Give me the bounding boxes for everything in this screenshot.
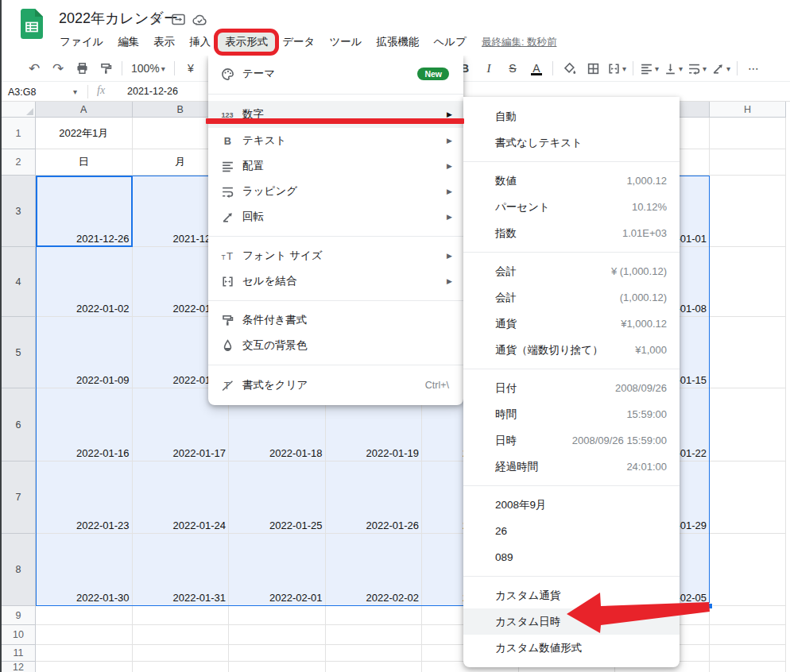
cell-D12[interactable] [326,662,423,672]
menubar-item-8[interactable]: 拡張機能 [370,33,427,52]
cell-B12[interactable] [133,662,230,672]
cell-H10[interactable] [710,625,786,645]
paint-format-icon[interactable] [95,59,116,78]
cell-A1[interactable]: 2022年1月 [36,118,133,149]
text-wrap-icon[interactable]: ▾ [687,59,707,78]
row-header-11[interactable]: 11 [2,645,36,662]
cell-B11[interactable] [133,645,230,662]
fill-handle[interactable] [707,603,713,609]
dropdown-arrow-icon[interactable]: ▾ [703,64,707,73]
format-menu-item-4[interactable]: Bテキスト▶ [208,128,463,153]
format-menu-item-6[interactable]: ラッピング▶ [208,179,463,204]
menubar-item-7[interactable]: ツール [322,33,369,52]
format-menu-item-9[interactable]: TTフォント サイズ▶ [208,243,463,268]
dropdown-arrow-icon[interactable]: ▾ [622,64,626,73]
fill-color-icon[interactable] [559,59,579,78]
number-submenu-item-9[interactable]: 会計(1,000.12) [463,284,680,311]
text-rotate-icon[interactable]: ▾ [711,59,731,78]
row-header-8[interactable]: 8 [2,534,36,606]
number-submenu-item-20[interactable]: 089 [463,544,680,570]
row-header-7[interactable]: 7 [2,462,36,534]
select-all-corner[interactable] [2,102,36,118]
cell-A9[interactable] [36,606,133,625]
borders-icon[interactable] [583,59,603,78]
number-submenu-item-10[interactable]: 通貨¥1,000.12 [463,311,680,337]
merge-cells-icon[interactable]: ▾ [606,59,627,78]
cell-H9[interactable] [710,606,786,625]
name-box[interactable]: A3:G8 ▾ [0,82,87,102]
number-submenu-item-6[interactable]: 指数1.01E+03 [463,220,680,246]
format-menu-item-13[interactable]: 交互の背景色 [208,333,463,358]
star-icon[interactable]: ☆ [148,10,165,28]
zoom-select[interactable]: 100%▾ [128,59,168,78]
cell-D10[interactable] [326,625,423,645]
name-box-dropdown-icon[interactable]: ▾ [73,87,77,96]
row-header-1[interactable]: 1 [2,118,36,149]
row-header-9[interactable]: 9 [2,606,36,625]
row-header-6[interactable]: 6 [2,388,36,462]
row-header-2[interactable]: 2 [2,149,36,176]
cell-H5[interactable] [710,317,786,388]
cell-A10[interactable] [36,625,133,645]
dropdown-arrow-icon[interactable]: ▾ [679,64,683,73]
format-menu-item-5[interactable]: 配置▶ [208,153,463,179]
cell-A2[interactable]: 日 [36,149,133,176]
sheets-logo-icon[interactable] [21,9,43,42]
undo-icon[interactable]: ↶ [24,59,45,78]
move-folder-icon[interactable] [169,10,187,28]
menubar-item-9[interactable]: ヘルプ [427,33,474,52]
number-submenu-item-24[interactable]: カスタム数値形式 [463,635,680,661]
dropdown-arrow-icon[interactable]: ▾ [655,64,659,73]
number-submenu-item-23[interactable]: カスタム日時 [463,608,680,635]
print-icon[interactable] [72,59,92,78]
italic-button[interactable]: I [478,59,499,78]
currency-format-button[interactable]: ¥ [180,59,201,78]
number-submenu-item-14[interactable]: 時間15:59:00 [463,401,680,427]
menubar-item-3[interactable]: 表示 [146,33,182,52]
row-header-5[interactable]: 5 [2,317,36,388]
cell-A12[interactable] [36,662,133,672]
row-header-10[interactable]: 10 [2,625,36,645]
menubar-item-6[interactable]: データ [275,33,322,52]
menubar-item-5[interactable]: 表示形式 [218,33,275,52]
cell-H2[interactable] [710,149,786,176]
cell-H1[interactable] [710,118,786,149]
cell-C11[interactable] [229,645,326,662]
dropdown-arrow-icon[interactable]: ▾ [161,64,165,73]
cell-C12[interactable] [229,662,326,672]
menubar-item-1[interactable]: ファイル [52,33,110,52]
column-header-A[interactable]: A [36,102,133,118]
cell-A11[interactable] [36,645,133,662]
cell-H8[interactable] [710,534,786,606]
column-header-H[interactable]: H [710,102,786,118]
cell-B10[interactable] [133,625,230,645]
number-submenu-item-19[interactable]: 26 [463,518,680,544]
number-submenu-item-15[interactable]: 日時2008/09/26 15:59:00 [463,427,680,454]
vertical-align-icon[interactable]: ▾ [663,59,684,78]
cell-H12[interactable] [710,662,786,672]
cloud-status-icon[interactable] [191,10,208,28]
format-menu-item-10[interactable]: セルを結合▶ [208,268,463,294]
cell-D11[interactable] [326,645,423,662]
number-submenu-item-16[interactable]: 経過時間24:01:00 [463,454,680,480]
row-header-4[interactable]: 4 [2,247,36,317]
align-left-icon[interactable]: ▾ [639,59,660,78]
cell-D9[interactable] [326,606,423,625]
row-header-3[interactable]: 3 [2,176,36,247]
strikethrough-button[interactable]: S [502,59,523,78]
cell-C10[interactable] [229,625,326,645]
cell-H6[interactable] [710,388,786,462]
text-color-button[interactable]: A [526,59,547,78]
number-submenu-item-1[interactable]: 自動 [463,103,680,129]
cell-C9[interactable] [229,606,326,625]
format-menu-item-12[interactable]: 条件付き書式 [208,307,463,333]
format-menu-item-7[interactable]: 回転▶ [208,204,463,230]
number-submenu-item-11[interactable]: 通貨（端数切り捨て）¥1,000 [463,337,680,363]
number-submenu-item-5[interactable]: パーセント10.12% [463,194,680,220]
cell-H7[interactable] [710,462,786,534]
cell-H3[interactable] [710,176,786,247]
number-submenu-item-18[interactable]: 2008年9月 [463,492,680,518]
number-submenu-item-13[interactable]: 日付2008/09/26 [463,375,680,401]
menubar-item-2[interactable]: 編集 [110,33,146,52]
more-button[interactable]: ⋯ [743,59,764,78]
